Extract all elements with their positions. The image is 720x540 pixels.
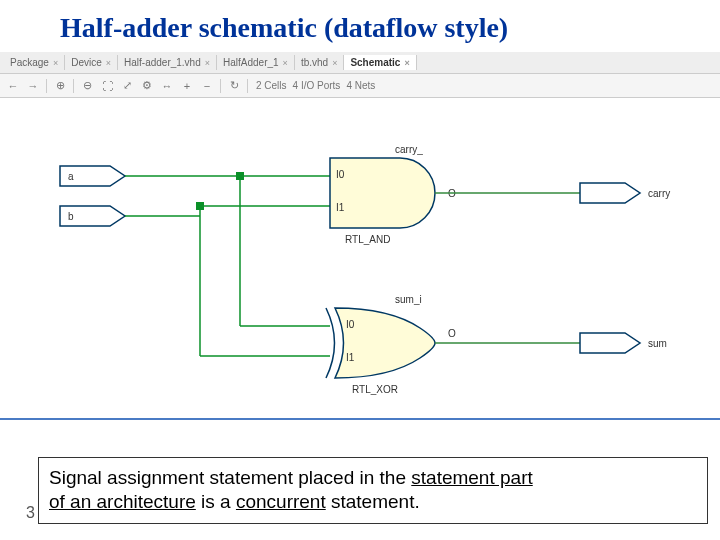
tab-label: Package: [10, 57, 49, 68]
close-icon[interactable]: ×: [283, 58, 288, 68]
port-label: b: [68, 211, 74, 222]
caption-text: of an architecture: [49, 491, 196, 512]
port-label: a: [68, 171, 74, 182]
page-number: 3: [26, 504, 35, 522]
zoom-out-button[interactable]: ⊖: [78, 77, 96, 95]
tab-label: Schematic: [350, 57, 400, 68]
gate-type-label: RTL_XOR: [352, 384, 398, 395]
port-label: carry: [648, 188, 670, 199]
separator: [73, 79, 74, 93]
schematic-canvas[interactable]: a b carry_ I0 I1 O RTL_AND: [0, 98, 720, 418]
nav-back-button[interactable]: ←: [4, 77, 22, 95]
tab-tb-vhd[interactable]: tb.vhd×: [295, 55, 345, 70]
close-icon[interactable]: ×: [205, 58, 210, 68]
toolbar: ← → ⊕ ⊖ ⛶ ⤢ ⚙ ↔ + − ↻ 2 Cells 4 I/O Port…: [0, 74, 720, 98]
separator: [46, 79, 47, 93]
fullscreen-button[interactable]: ⤢: [118, 77, 136, 95]
pin-label: I1: [336, 202, 345, 213]
junction-b: [196, 202, 204, 210]
remove-button[interactable]: −: [198, 77, 216, 95]
tab-schematic[interactable]: Schematic×: [344, 55, 416, 70]
add-button[interactable]: +: [178, 77, 196, 95]
separator: [247, 79, 248, 93]
ide-panel: Package× Device× Half-adder_1.vhd× HalfA…: [0, 52, 720, 420]
tab-package[interactable]: Package×: [4, 55, 65, 70]
nets-info: 4 Nets: [346, 80, 375, 91]
tab-device[interactable]: Device×: [65, 55, 118, 70]
caption-text: is a: [196, 491, 236, 512]
cells-info: 2 Cells: [256, 80, 287, 91]
tab-label: HalfAdder_1: [223, 57, 279, 68]
pin-label: I0: [336, 169, 345, 180]
caption-text: statement.: [326, 491, 420, 512]
nav-forward-button[interactable]: →: [24, 77, 42, 95]
xor-gate-arc: [326, 308, 335, 378]
tab-label: Half-adder_1.vhd: [124, 57, 201, 68]
port-label: sum: [648, 338, 667, 349]
zoom-in-button[interactable]: ⊕: [51, 77, 69, 95]
tab-label: tb.vhd: [301, 57, 328, 68]
caption-text: concurrent: [236, 491, 326, 512]
pin-label: I1: [346, 352, 355, 363]
pin-label: O: [448, 328, 456, 339]
close-icon[interactable]: ×: [53, 58, 58, 68]
zoom-fit-button[interactable]: ⛶: [98, 77, 116, 95]
output-port-carry: [580, 183, 640, 203]
caption-text: Signal assignment statement placed in th…: [49, 467, 411, 488]
tab-halfadder-vhd[interactable]: Half-adder_1.vhd×: [118, 55, 217, 70]
tab-halfadder[interactable]: HalfAdder_1×: [217, 55, 295, 70]
io-info: 4 I/O Ports: [293, 80, 341, 91]
separator: [220, 79, 221, 93]
close-icon[interactable]: ×: [106, 58, 111, 68]
output-port-sum: [580, 333, 640, 353]
close-icon[interactable]: ×: [404, 58, 409, 68]
gate-header: sum_i: [395, 294, 422, 305]
and-gate: [330, 158, 435, 228]
refresh-button[interactable]: ↻: [225, 77, 243, 95]
caption-box: Signal assignment statement placed in th…: [38, 457, 708, 524]
close-icon[interactable]: ×: [332, 58, 337, 68]
schematic-svg: a b carry_ I0 I1 O RTL_AND: [0, 98, 720, 418]
gate-type-label: RTL_AND: [345, 234, 390, 245]
slide-title: Half-adder schematic (dataflow style): [0, 0, 720, 52]
settings-button[interactable]: ⚙: [138, 77, 156, 95]
caption-text: statement part: [411, 467, 532, 488]
tab-label: Device: [71, 57, 102, 68]
expand-button[interactable]: ↔: [158, 77, 176, 95]
pin-label: I0: [346, 319, 355, 330]
gate-header: carry_: [395, 144, 423, 155]
tab-bar: Package× Device× Half-adder_1.vhd× HalfA…: [0, 52, 720, 74]
